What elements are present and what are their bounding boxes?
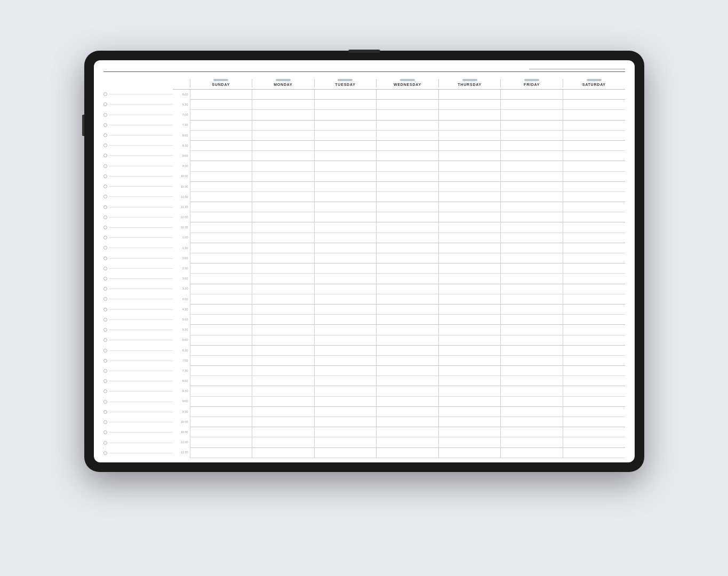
grid-cell [190,274,252,284]
grid-cell [377,407,438,417]
schedule-table: SUNDAY MONDAY TUESDAY WEDNESDAY [103,75,625,458]
grid-cell [563,151,625,161]
circle-bullet [103,154,107,157]
list-item-row [103,294,173,304]
grid-cell [315,427,377,437]
time-slot: 9:00 [173,397,190,407]
grid-cell [501,243,563,253]
time-label: 10:00 [181,175,188,178]
grid-cell [439,182,501,192]
grid-cell [439,110,501,120]
grid-cell [252,346,314,356]
grid-cell [377,233,438,243]
grid-cell [501,161,563,171]
grid-cell [315,90,377,100]
grid-cell [252,366,314,376]
grid-cell [563,263,625,274]
circle-bullet [103,430,107,434]
grid-cell [315,212,377,222]
time-slot: 10:30 [173,182,190,192]
time-label: 3:00 [182,277,188,281]
time-slot: 9:30 [173,407,190,417]
list-item-row [103,140,173,150]
grid-cell [377,335,438,346]
list-item-line [109,330,173,330]
time-slot: 10:00 [173,417,190,427]
day-column-thursday [438,90,501,458]
grid-cell [501,212,563,222]
list-item-row [103,356,173,366]
grid-cell [315,294,377,305]
grid-cell [190,356,252,366]
grid-cell [377,315,438,325]
grid-cell [377,325,438,335]
grid-cell [501,386,563,396]
grid-cell [501,346,563,356]
day-header-saturday: SATURDAY [563,79,625,87]
list-item-row [103,427,173,437]
grid-cell [190,315,252,325]
time-slot: 7:30 [173,121,190,131]
grid-cell [190,376,252,386]
time-label: 11:00 [181,196,188,199]
circle-bullet [103,92,107,96]
list-item-row [103,109,173,119]
grid-cell [190,407,252,417]
grid-cell [501,222,563,233]
grid-cell [315,110,377,120]
list-item-line [109,361,173,361]
grid-cell [190,212,252,222]
grid-cell [439,325,501,335]
grid-cell [315,284,377,294]
circle-bullet [103,441,107,445]
grid-cell [439,376,501,386]
time-slot: 9:00 [173,151,190,161]
list-item-row [103,335,173,345]
grid-cell [377,437,438,447]
grid-cell [377,110,438,120]
grid-cell [563,233,625,243]
list-item-row [103,161,173,171]
grid-cell [315,202,377,212]
grid-cell [315,192,377,202]
grid-cell [315,305,377,315]
list-item-line [109,422,173,422]
grid-cell [439,437,501,447]
grid-cell [563,325,625,335]
list-item-line [109,309,173,310]
list-item-row [103,191,173,202]
list-item-line [109,104,173,105]
time-label: 8:30 [182,390,188,393]
grid-cell [190,182,252,192]
day-column-monday [252,90,314,458]
time-slot: 10:30 [173,427,190,437]
day-header-tuesday: TUESDAY [314,79,377,87]
grid-cell [439,222,501,233]
grid-cell [377,397,438,407]
grid-cell [252,315,314,325]
grid-cell [563,222,625,233]
grid-cell [252,407,314,417]
grid-cell [501,90,563,100]
time-slot: 12:00 [173,212,190,222]
time-slot: 3:00 [173,274,190,284]
time-label: 1:30 [182,247,188,250]
grid-cell [377,274,438,284]
grid-cell [377,294,438,305]
circle-bullet [103,379,107,383]
grid-cell [252,386,314,396]
list-item-line [109,145,173,146]
list-item-line [109,381,173,381]
grid-cell [377,141,438,151]
circle-bullet [103,410,107,414]
list-item-row [103,448,173,458]
grid-cell [252,110,314,120]
time-label: 6:30 [182,349,188,353]
circle-bullet [103,420,107,424]
grid-cell [252,90,314,100]
circle-bullet [103,246,107,250]
circle-bullet [103,164,107,168]
grid-cell [315,151,377,161]
time-label: 5:30 [182,329,188,332]
grid-cell [315,335,377,346]
